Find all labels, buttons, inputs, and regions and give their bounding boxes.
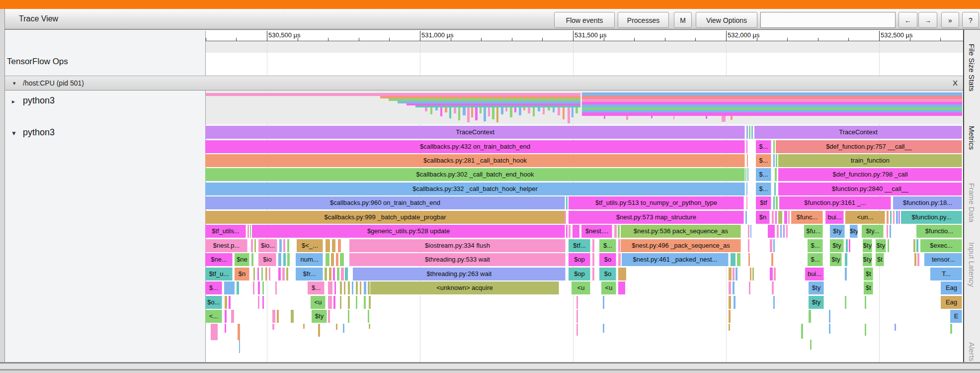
flame-sliver[interactable] bbox=[846, 239, 848, 252]
flame-sliver[interactable] bbox=[569, 225, 571, 238]
flame-event[interactable]: $ty bbox=[830, 253, 842, 266]
flame-sliver[interactable] bbox=[770, 239, 772, 252]
flame-event[interactable]: $ty bbox=[850, 225, 858, 238]
flame-sliver[interactable] bbox=[341, 268, 344, 280]
flame-spike[interactable] bbox=[729, 324, 730, 331]
flame-sliver[interactable] bbox=[776, 196, 778, 209]
flame-event[interactable]: $... bbox=[756, 154, 771, 167]
flame-sliver[interactable] bbox=[566, 225, 568, 238]
flame-sliver[interactable] bbox=[887, 225, 888, 238]
flame-event[interactable]: $ne bbox=[235, 253, 249, 266]
flame-event[interactable]: $exec... bbox=[920, 239, 962, 252]
flame-sliver[interactable] bbox=[775, 211, 777, 224]
m-button[interactable]: M bbox=[674, 12, 692, 28]
flame-event[interactable]: $... bbox=[308, 281, 325, 294]
flame-sliver[interactable] bbox=[746, 140, 747, 153]
flame-sliver[interactable] bbox=[334, 281, 336, 294]
forward-arrow-button[interactable]: → bbox=[918, 12, 937, 28]
flame-spike[interactable] bbox=[343, 324, 344, 333]
flame-sliver[interactable] bbox=[572, 225, 579, 238]
flame-event[interactable]: Eag bbox=[941, 296, 962, 309]
flame-sliver[interactable] bbox=[565, 211, 566, 224]
flame-event[interactable]: $io... bbox=[258, 239, 277, 252]
flame-sliver[interactable] bbox=[369, 296, 371, 309]
flame-sliver[interactable] bbox=[254, 239, 256, 252]
flame-sliver[interactable] bbox=[771, 253, 773, 266]
flame-sliver[interactable] bbox=[774, 183, 776, 195]
flame-spike[interactable] bbox=[238, 324, 240, 340]
python3-collapsed-minimap[interactable] bbox=[206, 91, 963, 124]
host-cpu-row[interactable]: ▾ /host:CPU (pid 501) X bbox=[5, 76, 963, 91]
flame-event[interactable]: $nest.... bbox=[581, 225, 612, 238]
flame-sliver[interactable] bbox=[913, 239, 915, 252]
flame-event[interactable]: $n bbox=[756, 211, 770, 224]
flame-event[interactable]: $o... bbox=[205, 296, 222, 309]
flame-sliver[interactable] bbox=[224, 281, 235, 294]
flame-sliver[interactable] bbox=[750, 225, 751, 238]
flame-sliver[interactable] bbox=[749, 126, 750, 139]
flame-sliver[interactable] bbox=[340, 281, 342, 294]
flame-sliver[interactable] bbox=[731, 253, 735, 266]
flame-sliver[interactable] bbox=[770, 268, 773, 280]
flame-sliver[interactable] bbox=[784, 211, 787, 224]
flame-spike[interactable] bbox=[336, 324, 337, 330]
flame-spike[interactable] bbox=[829, 324, 830, 334]
flame-event[interactable]: $iostream.py:334 flush bbox=[349, 239, 566, 252]
flame-sliver[interactable] bbox=[745, 168, 746, 181]
flame-sliver[interactable] bbox=[768, 225, 775, 238]
flame-event[interactable]: $callbacks.py:302 _call_batch_end_hook bbox=[205, 168, 745, 181]
flame-sliver[interactable] bbox=[356, 296, 357, 309]
flame-event[interactable]: train_function bbox=[778, 154, 962, 167]
flame-event[interactable]: $def_function.py:757 __call__ bbox=[776, 140, 962, 153]
flame-event[interactable]: $... bbox=[808, 239, 823, 252]
flame-event[interactable]: $... bbox=[808, 253, 823, 266]
flame-sliver[interactable] bbox=[748, 225, 749, 238]
flame-sliver[interactable] bbox=[225, 310, 227, 323]
flame-event[interactable]: $def_function.py:798 _call bbox=[778, 168, 962, 181]
search-input[interactable] bbox=[760, 12, 896, 28]
thread-python3-expanded[interactable]: python3 bbox=[23, 127, 55, 138]
flame-sliver[interactable] bbox=[917, 253, 919, 266]
flame-event[interactable]: TraceContext bbox=[205, 126, 745, 139]
flame-sliver[interactable] bbox=[890, 225, 891, 238]
flame-event[interactable]: <u bbox=[601, 281, 616, 294]
flame-sliver[interactable] bbox=[729, 268, 732, 280]
flame-event[interactable]: <u bbox=[311, 296, 326, 309]
flame-sliver[interactable] bbox=[780, 225, 782, 238]
flame-spike[interactable] bbox=[865, 324, 866, 336]
flame-sliver[interactable] bbox=[251, 239, 253, 252]
thread-expand-icon[interactable]: ▸ bbox=[12, 98, 15, 105]
flame-sliver[interactable] bbox=[773, 196, 775, 209]
collapse-caret-icon[interactable]: ▾ bbox=[13, 80, 16, 87]
flame-sliver[interactable] bbox=[774, 268, 776, 280]
flame-event[interactable]: $t bbox=[876, 253, 884, 266]
flame-sliver[interactable] bbox=[750, 268, 751, 280]
flame-sliver[interactable] bbox=[364, 296, 366, 309]
flame-sliver[interactable] bbox=[749, 281, 750, 294]
help-button[interactable]: ? bbox=[962, 12, 979, 28]
flame-event[interactable]: <un... bbox=[845, 211, 885, 224]
flame-event[interactable]: $callbacks.py:999 _batch_update_progbar bbox=[205, 211, 565, 224]
flame-sliver[interactable] bbox=[328, 310, 330, 323]
flame-sliver[interactable] bbox=[865, 296, 866, 309]
flame-sliver[interactable] bbox=[746, 183, 747, 195]
flame-sliver[interactable] bbox=[845, 253, 847, 266]
flame-sliver[interactable] bbox=[592, 253, 594, 266]
flame-sliver[interactable] bbox=[326, 253, 329, 266]
flame-event[interactable]: $callbacks.py:960 on_train_batch_end bbox=[205, 196, 565, 209]
flame-sliver[interactable] bbox=[231, 310, 234, 323]
flame-sliver[interactable] bbox=[752, 268, 754, 280]
close-icon[interactable]: X bbox=[951, 79, 960, 87]
flame-sliver[interactable] bbox=[344, 281, 345, 294]
flame-sliver[interactable] bbox=[773, 239, 775, 252]
flame-sliver[interactable] bbox=[287, 253, 290, 266]
flame-event[interactable]: num... bbox=[296, 253, 323, 266]
flame-sliver[interactable] bbox=[737, 253, 740, 266]
flame-sliver[interactable] bbox=[253, 268, 255, 280]
flame-event[interactable]: $... bbox=[756, 168, 771, 181]
flame-event[interactable]: $ty bbox=[863, 253, 872, 266]
flame-sliver[interactable] bbox=[247, 225, 249, 238]
flame-sliver[interactable] bbox=[887, 211, 889, 224]
flame-event[interactable]: $ty bbox=[809, 296, 824, 309]
flame-event[interactable]: $function.py:18... bbox=[893, 196, 962, 209]
